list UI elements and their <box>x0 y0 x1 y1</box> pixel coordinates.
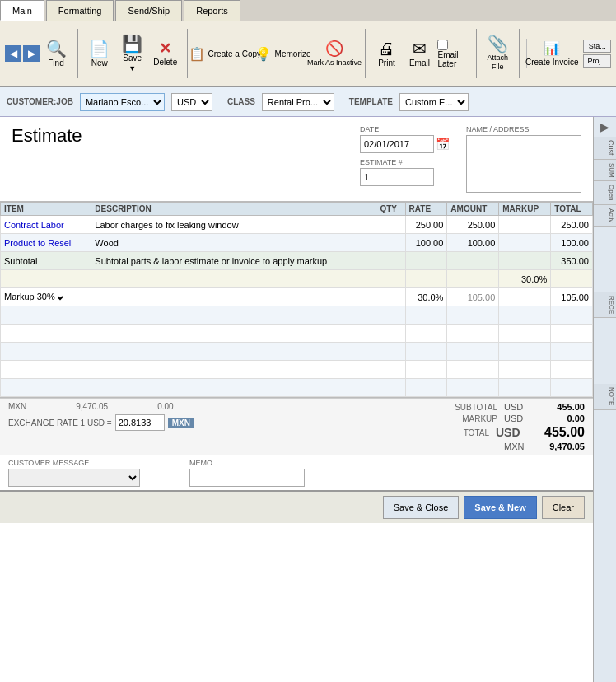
prev-arrow[interactable]: ◀ <box>5 45 21 62</box>
email-later-checkbox[interactable] <box>437 40 448 50</box>
tab-formatting[interactable]: Formatting <box>46 0 114 21</box>
total-cell <box>551 270 593 288</box>
date-label: DATE <box>360 125 450 133</box>
qty-cell[interactable] <box>376 216 405 234</box>
name-address-field: NAME / ADDRESS <box>466 125 581 193</box>
main-area: Estimate DATE 📅 ESTIMATE # NAME / ADDRES… <box>0 117 616 682</box>
email-later-label[interactable]: Email Later <box>437 40 469 68</box>
email-button[interactable]: ✉ Email <box>404 39 434 69</box>
currency-select[interactable]: USD <box>171 93 212 111</box>
save-new-button[interactable]: Save & New <box>464 496 536 519</box>
desc-cell[interactable]: Wood <box>91 234 376 252</box>
markup-cell[interactable] <box>499 216 551 234</box>
col-markup: MARKUP <box>499 203 551 216</box>
markup-cell[interactable] <box>499 234 551 252</box>
table-row <box>1 361 593 379</box>
rate-cell[interactable]: 100.00 <box>405 234 447 252</box>
class-select[interactable]: Rental Pro... <box>262 93 334 111</box>
markup-cell[interactable] <box>499 252 551 270</box>
sta-proj-buttons: Sta... Proj... <box>583 40 611 68</box>
col-qty: QTY <box>376 203 405 216</box>
print-icon: 🖨 <box>378 40 394 57</box>
customer-message-select[interactable] <box>8 469 140 487</box>
attach-file-icon: 📎 <box>488 35 508 52</box>
side-arrow-right[interactable]: ▶ <box>595 117 614 137</box>
estimate-header: Estimate DATE 📅 ESTIMATE # NAME / ADDRES… <box>0 117 593 201</box>
customer-job-label: CUSTOMER:JOB <box>7 97 73 106</box>
new-icon: 📄 <box>89 40 110 57</box>
memo-label: MEMO <box>189 459 305 467</box>
exchange-rate-input[interactable] <box>115 414 165 431</box>
desc-cell[interactable] <box>91 270 376 288</box>
mark-inactive-button[interactable]: 🚫 Mark As Inactive <box>310 38 358 69</box>
qty-cell[interactable] <box>376 234 405 252</box>
save-close-button[interactable]: Save & Close <box>383 496 460 519</box>
template-label: TEMPLATE <box>349 97 393 106</box>
table-wrapper: ITEM DESCRIPTION QTY RATE AMOUNT MARKUP … <box>0 201 593 398</box>
total-mxn-value: 9,470.05 <box>535 441 585 451</box>
rate-cell[interactable] <box>405 252 447 270</box>
rate-cell[interactable]: 250.00 <box>405 216 447 234</box>
item-cell[interactable]: Subtotal <box>1 252 91 270</box>
proj-button[interactable]: Proj... <box>583 54 611 68</box>
address-box[interactable] <box>466 135 581 193</box>
create-invoice-button[interactable]: 📊 Create Invoice <box>526 39 576 68</box>
template-select[interactable]: Custom E... <box>399 93 469 111</box>
rate-cell[interactable] <box>405 270 447 288</box>
markup-dropdown[interactable]: ▼ <box>58 292 66 302</box>
customer-message-label: CUSTOMER MESSAGE <box>8 459 140 467</box>
sep1 <box>77 29 78 78</box>
item-cell[interactable]: Markup 30% ▼ <box>1 288 91 306</box>
amount-cell[interactable]: 250.00 <box>447 216 499 234</box>
item-cell[interactable]: Contract Labor <box>1 216 91 234</box>
calendar-icon[interactable]: 📅 <box>436 138 450 151</box>
customer-job-select[interactable]: Mariano Esco... <box>80 93 165 111</box>
find-button[interactable]: 🔍 Find <box>41 39 71 69</box>
header-bar: CUSTOMER:JOB Mariano Esco... USD CLASS R… <box>0 87 616 117</box>
qty-cell[interactable] <box>376 270 405 288</box>
next-arrow[interactable]: ▶ <box>23 45 40 62</box>
amount-cell[interactable] <box>447 270 499 288</box>
side-sum-label: SUM <box>594 160 617 182</box>
item-cell[interactable]: Product to Resell <box>1 234 91 252</box>
new-button[interactable]: 📄 New <box>85 39 114 69</box>
date-field: DATE 📅 ESTIMATE # <box>360 125 450 193</box>
memo-input[interactable] <box>189 469 305 487</box>
toolbar: ◀ ▶ 🔍 Find 📄 New 💾 Save ▼ ✕ Delete 📋 Cre… <box>0 21 616 87</box>
clear-button[interactable]: Clear <box>542 496 585 519</box>
estimate-num-input[interactable] <box>360 168 434 186</box>
desc-cell[interactable]: Labor charges to fix leaking window <box>91 216 376 234</box>
side-panel: ▶ Cust SUM Open Activ RECE NOTE <box>593 117 616 682</box>
qty-cell[interactable] <box>376 252 405 270</box>
markup-value: 0.00 <box>535 413 585 423</box>
totals-area: MXN 9,470.05 0.00 EXCHANGE RATE 1 USD = … <box>0 398 593 455</box>
date-input[interactable] <box>360 135 434 153</box>
tab-reports[interactable]: Reports <box>184 0 240 21</box>
save-button[interactable]: 💾 Save ▼ <box>118 34 147 74</box>
total-value: 455.00 <box>527 425 585 440</box>
delete-button[interactable]: ✕ Delete <box>151 40 180 68</box>
tab-main[interactable]: Main <box>0 0 44 21</box>
table-row <box>1 306 593 325</box>
print-button[interactable]: 🖨 Print <box>371 39 401 69</box>
create-copy-icon: 📋 <box>189 46 205 62</box>
memorize-button[interactable]: 💡 Memorize <box>259 44 307 63</box>
sta-button[interactable]: Sta... <box>583 40 611 53</box>
create-copy-button[interactable]: 📋 Create a Copy <box>194 44 256 63</box>
qty-cell[interactable] <box>376 288 405 306</box>
rate-cell[interactable]: 30.0% <box>405 288 447 306</box>
amount-cell[interactable]: 105.00 <box>447 288 499 306</box>
desc-cell[interactable] <box>91 288 376 306</box>
col-total: TOTAL <box>551 203 593 216</box>
markup-cell[interactable] <box>499 288 551 306</box>
item-cell[interactable] <box>1 270 91 288</box>
amount-cell[interactable]: 100.00 <box>447 234 499 252</box>
amount-cell[interactable] <box>447 252 499 270</box>
desc-cell[interactable]: Subtotal parts & labor estimate or invoi… <box>91 252 376 270</box>
tab-sendship[interactable]: Send/Ship <box>115 0 182 21</box>
table-row: Product to Resell Wood 100.00 100.00 100… <box>1 234 593 252</box>
attach-file-button[interactable]: 📎 Attach File <box>483 34 512 73</box>
markup-cell[interactable]: 30.0% <box>499 270 551 288</box>
col-description: DESCRIPTION <box>91 203 376 216</box>
side-open-label: Open <box>594 181 617 205</box>
